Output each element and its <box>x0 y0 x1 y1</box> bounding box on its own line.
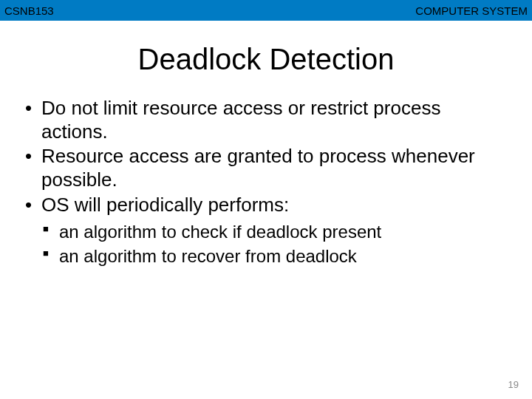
course-name: COMPUTER SYSTEM <box>415 4 528 17</box>
header-bar: CSNB153 COMPUTER SYSTEM <box>0 0 532 21</box>
sub-bullet-list: an algorithm to check if deadlock presen… <box>24 220 508 267</box>
page-number: 19 <box>508 379 519 390</box>
sub-bullet-item: an algorithm to check if deadlock presen… <box>24 220 508 243</box>
sub-bullet-item: an algorithm to recover from deadlock <box>24 245 508 267</box>
bullet-list: Do not limit resource access or restrict… <box>24 97 508 217</box>
slide-title: Deadlock Detection <box>0 43 532 76</box>
slide: CSNB153 COMPUTER SYSTEM Deadlock Detecti… <box>0 0 532 399</box>
bullet-item: OS will periodically performs: <box>24 194 508 217</box>
course-code: CSNB153 <box>4 4 54 17</box>
bullet-item: Resource access are granted to process w… <box>24 145 508 191</box>
bullet-item: Do not limit resource access or restrict… <box>24 97 508 143</box>
slide-content: Do not limit resource access or restrict… <box>0 76 532 267</box>
